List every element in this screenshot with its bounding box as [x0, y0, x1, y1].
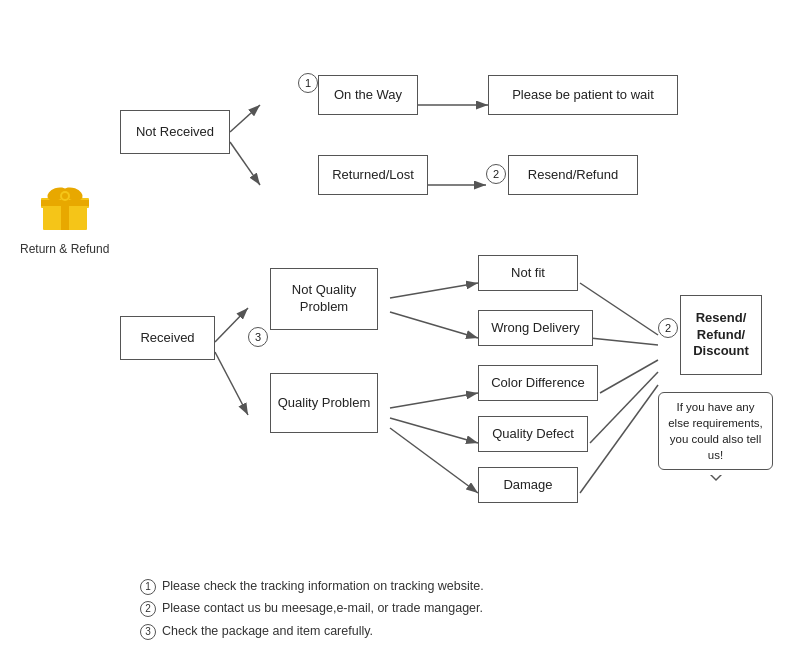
svg-line-19 [390, 393, 478, 408]
circle-3: 3 [248, 327, 268, 347]
quality-problem-label: Quality Problem [278, 395, 370, 412]
main-container: Return & Refund [0, 0, 800, 660]
footer-notes: 1 Please check the tracking information … [140, 575, 484, 643]
box-resend-refund-top: Resend/Refund [508, 155, 638, 195]
on-the-way-label: On the Way [334, 87, 402, 104]
box-on-the-way: On the Way [318, 75, 418, 115]
received-label: Received [140, 330, 194, 347]
speech-bubble: If you have any else requirements, you c… [658, 392, 773, 470]
circle-1: 1 [298, 73, 318, 93]
note-line-1: 1 Please check the tracking information … [140, 575, 484, 598]
svg-point-7 [62, 193, 68, 199]
svg-line-23 [590, 338, 658, 345]
gift-icon [37, 180, 93, 236]
box-received: Received [120, 316, 215, 360]
circle-1-num: 1 [305, 77, 311, 89]
box-damage: Damage [478, 467, 578, 503]
wrong-delivery-label: Wrong Delivery [491, 320, 580, 337]
svg-line-20 [390, 418, 478, 443]
svg-line-25 [590, 372, 658, 443]
box-quality-defect: Quality Defect [478, 416, 588, 452]
note-circle-3: 3 [140, 624, 156, 640]
circle-3-num: 3 [255, 331, 261, 343]
svg-line-18 [390, 312, 478, 338]
svg-line-9 [230, 105, 260, 132]
color-difference-label: Color Difference [491, 375, 585, 392]
box-please-wait: Please be patient to wait [488, 75, 678, 115]
circle-2-top: 2 [486, 164, 506, 184]
box-returned-lost: Returned/Lost [318, 155, 428, 195]
diagram: Not Received 1 On the Way Returned/Lost … [100, 20, 770, 580]
circle-2-top-num: 2 [493, 168, 499, 180]
icon-label: Return & Refund [20, 242, 109, 258]
note-text-3: Check the package and item carefully. [162, 620, 373, 643]
note-text-2: Please contact us bu meesage,e-mail, or … [162, 597, 483, 620]
result-label: Resend/Refund/Discount [693, 310, 749, 361]
box-not-received: Not Received [120, 110, 230, 154]
not-received-label: Not Received [136, 124, 214, 141]
svg-line-21 [390, 428, 478, 493]
icon-area: Return & Refund [20, 180, 109, 258]
circle-2-mid: 2 [658, 318, 678, 338]
svg-line-15 [215, 308, 248, 342]
resend-refund-top-label: Resend/Refund [528, 167, 618, 184]
note-circle-2: 2 [140, 601, 156, 617]
please-wait-label: Please be patient to wait [512, 87, 654, 104]
speech-bubble-text: If you have any else requirements, you c… [668, 401, 763, 461]
not-fit-label: Not fit [511, 265, 545, 282]
svg-line-17 [390, 283, 478, 298]
svg-line-26 [580, 385, 658, 493]
svg-line-24 [600, 360, 658, 393]
box-wrong-delivery: Wrong Delivery [478, 310, 593, 346]
box-color-difference: Color Difference [478, 365, 598, 401]
quality-defect-label: Quality Defect [492, 426, 574, 443]
damage-label: Damage [503, 477, 552, 494]
svg-line-16 [215, 352, 248, 415]
box-quality-problem: Quality Problem [270, 373, 378, 433]
not-quality-label: Not Quality Problem [277, 282, 371, 316]
svg-line-10 [230, 142, 260, 185]
note-circle-1: 1 [140, 579, 156, 595]
note-line-2: 2 Please contact us bu meesage,e-mail, o… [140, 597, 484, 620]
box-result: Resend/Refund/Discount [680, 295, 762, 375]
note-line-3: 3 Check the package and item carefully. [140, 620, 484, 643]
box-not-fit: Not fit [478, 255, 578, 291]
note-text-1: Please check the tracking information on… [162, 575, 484, 598]
box-not-quality: Not Quality Problem [270, 268, 378, 330]
circle-2-mid-num: 2 [665, 322, 671, 334]
returned-lost-label: Returned/Lost [332, 167, 414, 184]
